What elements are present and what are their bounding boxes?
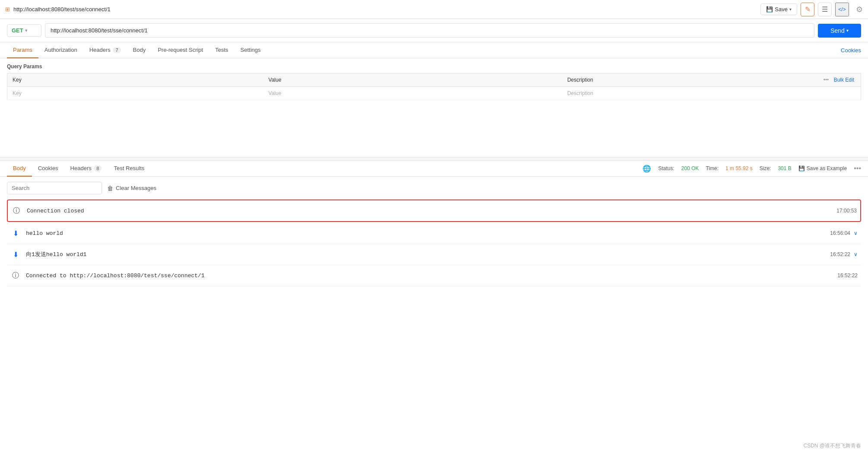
clear-messages-button[interactable]: 🗑 Clear Messages [107, 185, 156, 192]
value-cell[interactable]: Value [263, 87, 562, 100]
tab-tests[interactable]: Tests [209, 42, 234, 58]
method-label: GET [12, 27, 23, 34]
message-list: ⓘ Connection closed 17:00:53 ⬇ hello wor… [7, 200, 861, 286]
top-bar-actions: 💾 Save ▾ ✎ ☰ </> ⚙ [760, 3, 863, 16]
download-icon: ⬇ [10, 228, 21, 238]
globe-icon: 🌐 [642, 165, 651, 173]
query-params-title: Query Params [7, 63, 861, 70]
request-tabs: Params Authorization Headers 7 Body Pre-… [0, 42, 868, 58]
time-value: 1 m 55.92 s [725, 165, 753, 171]
url-input[interactable] [45, 23, 814, 38]
tab-settings[interactable]: Settings [234, 42, 267, 58]
response-tabs: Body Cookies Headers 8 Test Results 🌐 St… [0, 161, 868, 177]
status-value: 200 OK [681, 165, 699, 171]
tab-response-cookies[interactable]: Cookies [32, 161, 64, 177]
expand-icon[interactable]: ∨ [854, 251, 858, 257]
message-time: 16:56:04 [830, 230, 850, 236]
download-icon: ⬇ [10, 249, 21, 260]
col-key: Key [7, 73, 264, 87]
key-cell[interactable]: Key [7, 87, 264, 100]
tab-params[interactable]: Params [7, 42, 38, 58]
row-actions [818, 87, 861, 100]
settings-icon[interactable]: ⚙ [856, 5, 863, 14]
search-input[interactable] [7, 182, 102, 194]
message-time: 17:00:53 [836, 208, 857, 214]
message-text: Connected to http://localhost:8080/test/… [26, 272, 837, 279]
message-item[interactable]: ⓘ Connection closed 17:00:53 [7, 200, 861, 222]
save-chevron-icon: ▾ [789, 7, 792, 12]
app-icon: ⊞ [5, 6, 10, 13]
url-bar: GET ▾ Send ▾ [0, 19, 868, 42]
footer: CSDN @谁不想飞舞青春 [803, 442, 861, 450]
message-item[interactable]: ⓘ Connected to http://localhost:8080/tes… [7, 265, 861, 286]
message-time: 16:52:22 [830, 251, 850, 257]
save-example-icon: 💾 [798, 165, 805, 171]
tab-prerequest[interactable]: Pre-request Script [152, 42, 209, 58]
trash-icon: 🗑 [107, 185, 113, 192]
send-chevron-icon: ▾ [846, 28, 849, 33]
save-icon: 💾 [766, 6, 773, 13]
size-label: Size: [760, 165, 771, 171]
tab-headers[interactable]: Headers 7 [83, 42, 127, 58]
response-more-icon[interactable]: ••• [854, 165, 861, 172]
query-params-section: Query Params Key Value Description ••• B… [0, 58, 868, 105]
save-as-example-button[interactable]: 💾 Save as Example [798, 165, 847, 171]
col-value: Value [263, 73, 562, 87]
size-value: 301 B [778, 165, 791, 171]
cookies-link[interactable]: Cookies [841, 47, 861, 54]
response-status: 🌐 Status: 200 OK Time: 1 m 55.92 s Size:… [642, 165, 861, 173]
params-table: Key Value Description ••• Bulk Edit Key … [7, 73, 861, 100]
more-dots-icon: ••• [823, 77, 829, 83]
message-text: 向1发送hello world1 [26, 250, 830, 258]
tab-response-headers[interactable]: Headers 8 [64, 161, 108, 177]
info-icon: ⓘ [11, 206, 22, 216]
description-cell[interactable]: Description [562, 87, 818, 100]
message-text: hello world [26, 230, 830, 237]
tab-body[interactable]: Body [127, 42, 152, 58]
save-button[interactable]: 💾 Save ▾ [760, 3, 797, 15]
messages-area: 🗑 Clear Messages ⓘ Connection closed 17:… [0, 177, 868, 291]
code-button[interactable]: </> [835, 3, 849, 16]
bulk-edit-button[interactable]: Bulk Edit [834, 77, 854, 83]
panel-divider [0, 157, 868, 161]
tab-response-body[interactable]: Body [7, 161, 32, 177]
tab-response-test-results[interactable]: Test Results [108, 161, 150, 177]
info-icon: ⓘ [10, 270, 21, 281]
method-chevron-icon: ▾ [25, 28, 27, 33]
status-label: Status: [658, 165, 674, 171]
message-item[interactable]: ⬇ hello world 16:56:04 ∨ [7, 223, 861, 244]
comment-button[interactable]: ☰ [818, 3, 832, 16]
message-time: 16:52:22 [837, 272, 858, 279]
message-text: Connection closed [27, 208, 836, 214]
time-label: Time: [706, 165, 719, 171]
expand-icon[interactable]: ∨ [854, 230, 858, 236]
method-select[interactable]: GET ▾ [7, 24, 41, 37]
message-item[interactable]: ⬇ 向1发送hello world1 16:52:22 ∨ [7, 244, 861, 265]
col-description: Description [562, 73, 818, 87]
send-button[interactable]: Send ▾ [818, 24, 861, 38]
tab-authorization[interactable]: Authorization [38, 42, 83, 58]
messages-toolbar: 🗑 Clear Messages [7, 182, 861, 194]
col-actions: ••• Bulk Edit [818, 73, 861, 87]
table-row: Key Value Description [7, 87, 861, 100]
top-bar: ⊞ http://localhost:8080/test/sse/connect… [0, 0, 868, 19]
request-title: http://localhost:8080/test/sse/connect/1 [13, 6, 760, 13]
edit-button[interactable]: ✎ [801, 3, 814, 16]
footer-text: CSDN @谁不想飞舞青春 [803, 443, 861, 449]
